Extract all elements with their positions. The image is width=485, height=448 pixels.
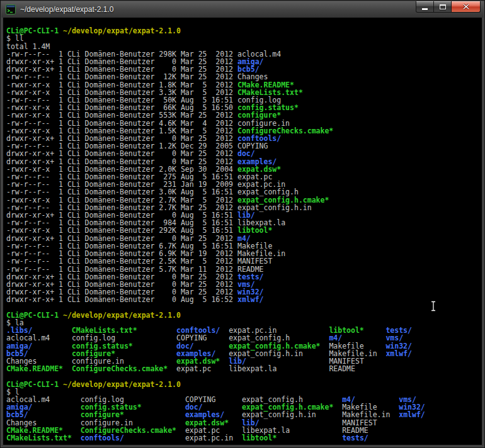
file-name: CMake.README*: [6, 364, 63, 373]
file-name: libexpat.la: [229, 364, 277, 373]
prompt-path: ~/develop/expat/expat-2.1.0: [63, 311, 181, 320]
terminal-line: CMakeLists.txt* conftools/ expat.pc.in l…: [6, 434, 482, 442]
minimize-icon: [422, 8, 428, 10]
file-name: tests/: [342, 434, 368, 442]
file-name: xmlwf/: [385, 349, 412, 358]
ibeam-mouse-cursor: [430, 301, 437, 311]
terminal-line: drwxr-xr-x+ 1 CLi Domänen-Benutzer 0 Aug…: [6, 296, 482, 303]
close-icon: [463, 4, 469, 9]
terminal-output: CLi@PC-CLI-1 ~/develop/expat/expat-2.1.0…: [6, 20, 482, 442]
file-name: expat.pc: [176, 364, 211, 373]
file-name: expat.pc.in: [185, 434, 233, 442]
file-name: README: [329, 364, 355, 373]
terminal[interactable]: CLi@PC-CLI-1 ~/develop/expat/expat-2.1.0…: [3, 18, 482, 445]
file-name: conftools/: [81, 434, 124, 442]
window-title: ~/develop/expat/expat-2.1.0: [20, 5, 416, 14]
file-name: ConfigureChecks.cmake*: [72, 364, 168, 373]
terminal-line: CLi@PC-CLI-1 ~/develop/expat/expat-2.1.0: [6, 311, 482, 319]
terminal-window: ~/develop/expat/expat-2.1.0 CLi@PC-CLI-1…: [0, 0, 485, 448]
mintty-app-icon: [6, 4, 16, 14]
terminal-line: CLi@PC-CLI-1 ~/develop/expat/expat-2.1.0: [6, 27, 482, 35]
prompt-path: ~/develop/expat/expat-2.1.0: [63, 26, 181, 35]
titlebar[interactable]: ~/develop/expat/expat-2.1.0: [1, 1, 484, 18]
file-name: CMakeLists.txt*: [6, 434, 72, 442]
terminal-line: $ ll: [6, 35, 482, 42]
maximize-button[interactable]: [434, 1, 452, 13]
window-controls: [416, 1, 481, 13]
file-name: xmlwf/: [399, 410, 425, 419]
ll-entry-meta: drwxr-xr-x+ 1 CLi Domänen-Benutzer 0 Aug…: [6, 295, 237, 304]
maximize-icon: [440, 4, 446, 9]
terminal-line: CMake.README* ConfigureChecks.cmake* exp…: [6, 365, 482, 372]
terminal-line: CLi@PC-CLI-1 ~/develop/expat/expat-2.1.0: [6, 381, 482, 388]
file-name: libtool*: [242, 434, 277, 442]
file-name: xmlwf/: [237, 295, 264, 304]
close-button[interactable]: [452, 1, 481, 13]
minimize-button[interactable]: [416, 1, 434, 13]
prompt-path: ~/develop/expat/expat-2.1.0: [63, 380, 181, 389]
